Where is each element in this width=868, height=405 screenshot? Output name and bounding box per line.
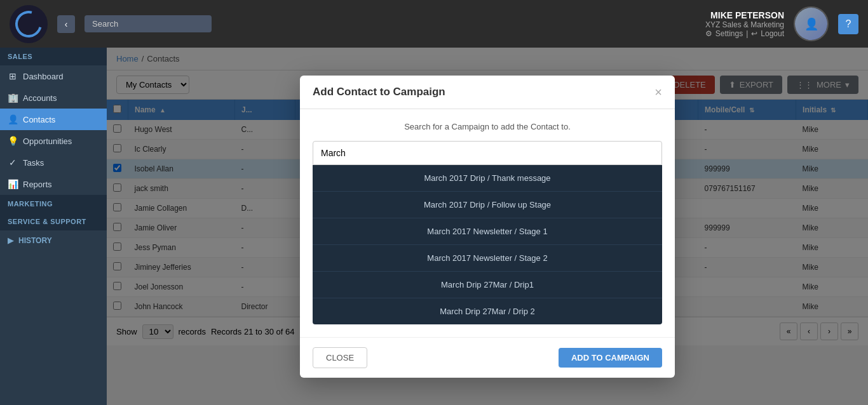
user-company: XYZ Sales & Marketing	[705, 20, 784, 29]
main-layout: SALES ⊞ Dashboard 🏢 Accounts 👤 Contacts …	[0, 48, 868, 405]
dropdown-item[interactable]: March Drip 27Mar / Drip 2	[313, 298, 662, 324]
sidebar-section-service: SERVICE & SUPPORT	[0, 213, 107, 230]
divider: |	[746, 29, 748, 38]
close-button[interactable]: CLOSE	[313, 347, 367, 368]
campaign-dropdown-list: March 2017 Drip / Thank messageMarch 201…	[313, 165, 662, 324]
sidebar-label-dashboard: Dashboard	[23, 72, 64, 81]
tasks-icon: ✓	[8, 157, 18, 168]
sidebar-label-opportunities: Opportunities	[23, 136, 72, 146]
dropdown-item[interactable]: March Drip 27Mar / Drip1	[313, 272, 662, 298]
sidebar-label-contacts: Contacts	[23, 115, 55, 124]
dashboard-icon: ⊞	[8, 71, 18, 81]
sidebar-section-marketing: MARKETING	[0, 195, 107, 213]
dropdown-item[interactable]: March 2017 Newsletter / Stage 1	[313, 218, 662, 245]
user-avatar: 👤	[794, 6, 829, 41]
history-toggle-icon: ▶	[8, 236, 13, 245]
sidebar-label-tasks: Tasks	[23, 158, 44, 168]
logo-icon	[10, 6, 46, 42]
modal-header: Add Contact to Campaign ×	[300, 76, 675, 109]
top-nav: ‹ MIKE PETERSON XYZ Sales & Marketing ⚙ …	[0, 0, 868, 48]
modal-footer: CLOSE ADD TO CAMPAIGN	[300, 337, 675, 378]
top-nav-left: ‹	[10, 5, 212, 43]
user-name: MIKE PETERSON	[705, 10, 784, 20]
campaign-search-input[interactable]	[313, 141, 662, 165]
sidebar-item-dashboard[interactable]: ⊞ Dashboard	[0, 65, 107, 87]
sidebar-label-history: HISTORY	[18, 236, 52, 245]
sidebar: SALES ⊞ Dashboard 🏢 Accounts 👤 Contacts …	[0, 48, 107, 405]
sidebar-item-accounts[interactable]: 🏢 Accounts	[0, 87, 107, 109]
user-info: MIKE PETERSON XYZ Sales & Marketing ⚙ Se…	[705, 10, 784, 38]
modal-body: Search for a Campaign to add the Contact…	[300, 109, 675, 337]
sidebar-item-contacts[interactable]: 👤 Contacts	[0, 109, 107, 130]
modal-close-x-button[interactable]: ×	[654, 86, 662, 98]
dropdown-item[interactable]: March 2017 Drip / Thank message	[313, 165, 662, 192]
sidebar-section-history[interactable]: ▶ HISTORY	[0, 230, 107, 251]
logout-link[interactable]: Logout	[761, 29, 784, 38]
nav-back-button[interactable]: ‹	[57, 15, 75, 33]
avatar-image: 👤	[795, 8, 827, 40]
sidebar-label-accounts: Accounts	[23, 93, 57, 103]
help-button[interactable]: ?	[838, 14, 858, 34]
dropdown-item[interactable]: March 2017 Newsletter / Stage 2	[313, 245, 662, 272]
top-nav-right: MIKE PETERSON XYZ Sales & Marketing ⚙ Se…	[705, 6, 858, 41]
opportunities-icon: 💡	[8, 136, 18, 146]
user-links: ⚙ Settings | ↩ Logout	[705, 29, 784, 38]
add-to-campaign-button[interactable]: ADD TO CAMPAIGN	[559, 348, 662, 368]
modal-title: Add Contact to Campaign	[313, 86, 445, 98]
sidebar-section-sales: SALES	[0, 48, 107, 65]
logo	[10, 5, 48, 43]
content-area: Home / Contacts My Contacts 🗑 DELETE ⬆ E…	[107, 48, 868, 405]
modal-overlay[interactable]: Add Contact to Campaign × Search for a C…	[107, 48, 868, 405]
settings-icon: ⚙	[705, 29, 712, 38]
sidebar-label-reports: Reports	[23, 180, 52, 189]
logout-icon: ↩	[751, 29, 757, 38]
reports-icon: 📊	[8, 179, 18, 189]
sidebar-item-tasks[interactable]: ✓ Tasks	[0, 152, 107, 173]
sidebar-item-reports[interactable]: 📊 Reports	[0, 173, 107, 195]
modal-subtitle: Search for a Campaign to add the Contact…	[313, 122, 662, 131]
contacts-icon: 👤	[8, 114, 18, 124]
add-contact-modal: Add Contact to Campaign × Search for a C…	[300, 76, 675, 378]
settings-link[interactable]: Settings	[715, 29, 743, 38]
sidebar-item-opportunities[interactable]: 💡 Opportunities	[0, 130, 107, 152]
dropdown-item[interactable]: March 2017 Drip / Follow up Stage	[313, 192, 662, 218]
search-input[interactable]	[85, 15, 212, 32]
accounts-icon: 🏢	[8, 93, 18, 103]
